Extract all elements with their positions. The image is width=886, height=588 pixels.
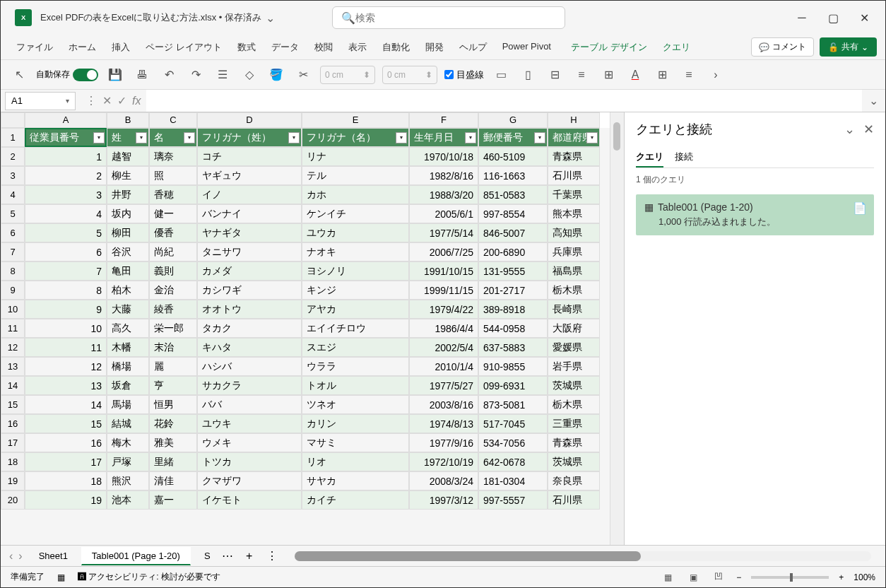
table-cell[interactable]: 熊本県 [548,204,600,223]
table-cell[interactable]: 亀田 [107,261,149,281]
table-cell[interactable]: 181-0304 [478,471,548,490]
table-cell[interactable]: 金治 [149,281,197,300]
table-cell[interactable]: ユウキ [197,414,302,433]
sheet-tab-truncated[interactable]: S [194,547,215,565]
table-header-cell[interactable]: 名▾ [149,128,197,147]
ribbon-tab[interactable]: Power Pivot [495,37,558,58]
vertical-scrollbar[interactable] [610,112,624,545]
table-cell[interactable]: イケモト [197,490,302,510]
table-cell[interactable]: 石川県 [548,490,600,510]
table-cell[interactable]: 三重県 [548,414,600,433]
table-cell[interactable]: 2008/3/24 [409,471,478,490]
align-icon-3[interactable]: ⊟ [545,65,565,85]
table-cell[interactable]: 910-9855 [478,357,548,376]
page-break-view-icon[interactable]: 凹 [711,570,726,585]
table-cell[interactable]: ウララ [302,357,409,376]
column-header[interactable]: D [197,112,302,128]
table-cell[interactable]: 200-6890 [478,242,548,261]
undo-icon[interactable]: ↶ [159,65,179,85]
align-icon-4[interactable]: ≡ [572,65,591,85]
table-cell[interactable]: 尚紀 [149,242,197,261]
ribbon-tab[interactable]: ページ レイアウト [138,37,229,58]
table-cell[interactable]: 1977/9/16 [409,433,478,452]
table-cell[interactable]: 1972/10/19 [409,452,478,471]
table-cell[interactable]: リナ [302,147,409,166]
table-cell[interactable]: 1977/5/14 [409,223,478,242]
accessibility-status[interactable]: 🅰 アクセシビリティ: 検討が必要です [78,571,220,583]
table-cell[interactable]: 戸塚 [107,452,149,471]
next-sheet-icon[interactable]: › [18,550,22,563]
table-cell[interactable]: 18 [25,471,107,490]
filter-dropdown-icon[interactable]: ▾ [184,132,195,143]
table-cell[interactable]: 13 [25,376,107,395]
table-header-cell[interactable]: 生年月日▾ [409,128,478,147]
touch-mode-icon[interactable]: ☰ [213,65,232,85]
table-header-cell[interactable]: 都道府県▾ [548,128,600,147]
align-icon-1[interactable]: ▭ [491,65,511,85]
table-cell[interactable]: トツカ [197,452,302,471]
table-cell[interactable]: 栃木県 [548,281,600,300]
table-cell[interactable]: 2010/1/4 [409,357,478,376]
table-cell[interactable]: コチ [197,147,302,166]
table-cell[interactable]: 997-5557 [478,490,548,510]
table-cell[interactable]: 照 [149,166,197,185]
row-header[interactable]: 13 [1,357,25,376]
crop-icon[interactable]: ✂ [293,65,313,85]
table-cell[interactable]: 谷沢 [107,242,149,261]
table-cell[interactable]: ツネオ [302,395,409,414]
column-header[interactable]: B [107,112,149,128]
table-cell[interactable]: 雅美 [149,433,197,452]
center-icon[interactable]: ≡ [679,65,699,85]
table-cell[interactable]: 873-5081 [478,395,548,414]
table-cell[interactable]: 1991/10/15 [409,261,478,281]
query-item[interactable]: ▦Table001 (Page 1-20) 1,000 行読み込まれました。 📄 [636,194,874,235]
sheet-tab-active[interactable]: Table001 (Page 1-20) [81,547,191,565]
filter-dropdown-icon[interactable]: ▾ [288,132,300,143]
sheet-menu-icon[interactable]: ⋮ [261,549,283,563]
table-cell[interactable]: 結城 [107,414,149,433]
table-header-cell[interactable]: フリガナ（姓）▾ [197,128,302,147]
filter-dropdown-icon[interactable]: ▾ [586,132,598,143]
close-button[interactable]: ✕ [857,11,871,25]
add-sheet-icon[interactable]: + [240,550,258,563]
table-cell[interactable]: 1977/5/27 [409,376,478,395]
table-cell[interactable]: 2006/7/25 [409,242,478,261]
table-cell[interactable]: 1974/8/13 [409,414,478,433]
width-input[interactable]: 0 cm⬍ [382,66,437,84]
table-cell[interactable]: 116-1663 [478,166,548,185]
table-cell[interactable]: カイチ [302,490,409,510]
table-cell[interactable]: 131-9555 [478,261,548,281]
table-cell[interactable]: 璃奈 [149,147,197,166]
table-cell[interactable]: エイイチロウ [302,319,409,338]
table-cell[interactable]: 460-5109 [478,147,548,166]
ribbon-tab-contextual[interactable]: テーブル デザイン [564,37,654,58]
cancel-icon[interactable]: ✕ [102,94,112,107]
table-cell[interactable]: カホ [302,185,409,204]
table-cell[interactable]: 健一 [149,204,197,223]
share-button[interactable]: 🔓共有⌄ [820,37,877,57]
table-cell[interactable]: 福島県 [548,261,600,281]
options-icon[interactable]: ⋮ [85,94,97,107]
table-cell[interactable]: 6 [25,242,107,261]
filter-dropdown-icon[interactable]: ▾ [93,132,105,143]
table-cell[interactable]: 亨 [149,376,197,395]
formula-input[interactable] [146,90,862,112]
table-cell[interactable]: 綾香 [149,300,197,319]
table-cell[interactable]: 5 [25,223,107,242]
table-cell[interactable]: クマザワ [197,471,302,490]
table-cell[interactable]: 愛媛県 [548,338,600,357]
ribbon-tab[interactable]: 校閲 [307,37,340,58]
table-cell[interactable]: 4 [25,204,107,223]
row-header[interactable]: 12 [1,338,25,357]
table-cell[interactable]: 奈良県 [548,471,600,490]
table-cell[interactable]: 香穂 [149,185,197,204]
table-cell[interactable]: 長崎県 [548,300,600,319]
table-cell[interactable]: 8 [25,281,107,300]
row-header[interactable]: 11 [1,319,25,338]
search-box[interactable]: 🔍 [332,6,565,29]
group-icon[interactable]: ⊞ [598,65,618,85]
table-cell[interactable]: 2003/8/16 [409,395,478,414]
table-cell[interactable]: 14 [25,395,107,414]
filter-dropdown-icon[interactable]: ▾ [136,132,147,143]
column-header[interactable]: F [409,112,478,128]
